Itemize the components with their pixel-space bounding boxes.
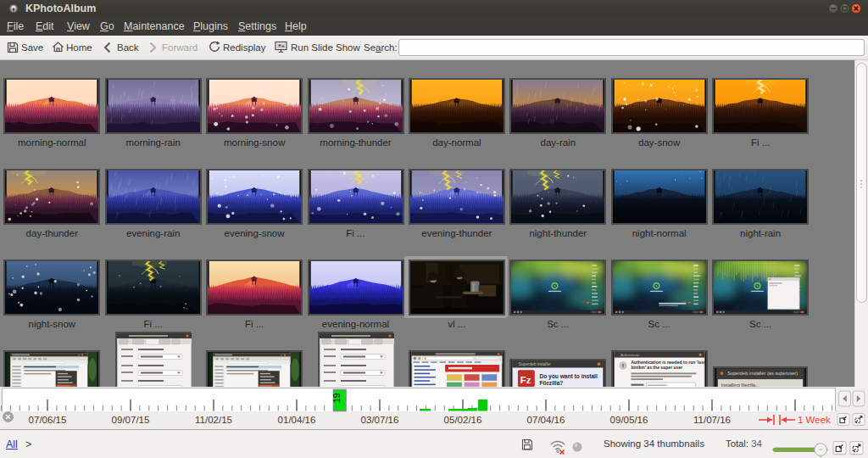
svg-text:05/02/16: 05/02/16 xyxy=(444,415,482,425)
svg-text:Filezilla?: Filezilla? xyxy=(540,380,564,386)
svg-text:Authenticate: Authenticate xyxy=(620,353,640,357)
svg-text:11/07/16: 11/07/16 xyxy=(693,415,731,425)
svg-text:Superdeb installer (as superus: Superdeb installer (as superuser) xyxy=(728,371,798,376)
svg-text:1 Week: 1 Week xyxy=(798,415,831,425)
svg-text:07/04/16: 07/04/16 xyxy=(527,415,565,425)
svg-text:07/06/15: 07/06/15 xyxy=(29,415,67,425)
svg-text:bin/km' as the super user: bin/km' as the super user xyxy=(631,365,682,370)
svg-text:Fz: Fz xyxy=(520,375,531,385)
svg-text:Do you want to install: Do you want to install xyxy=(540,373,598,380)
svg-text:09/05/16: 09/05/16 xyxy=(610,415,648,425)
svg-text:11/02/15: 11/02/15 xyxy=(195,415,232,425)
svg-text:03/07/16: 03/07/16 xyxy=(361,415,399,425)
svg-text:Authentication is needed to ru: Authentication is needed to run '/usr/ xyxy=(631,360,706,365)
svg-text:09/07/15: 09/07/15 xyxy=(112,415,150,425)
svg-text:19: 19 xyxy=(331,393,342,403)
svg-text:Superdeb installer: Superdeb installer xyxy=(519,362,551,366)
svg-text:01/04/16: 01/04/16 xyxy=(278,415,316,425)
